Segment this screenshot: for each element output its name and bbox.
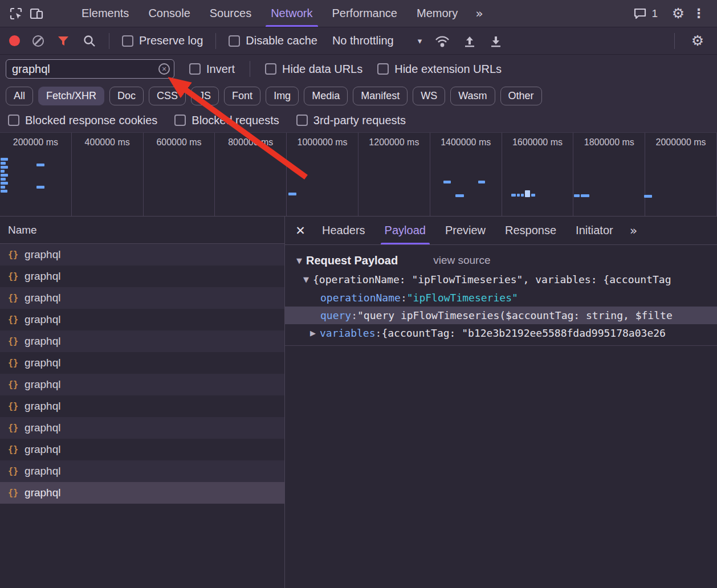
filter-funnel-icon[interactable] xyxy=(56,34,70,48)
hide-extension-urls-checkbox[interactable]: Hide extension URLs xyxy=(377,63,502,76)
filter-chip-ws[interactable]: WS xyxy=(413,87,445,105)
clear-network-log-icon[interactable] xyxy=(32,35,44,47)
blocked-response-cookies-checkbox[interactable]: Blocked response cookies xyxy=(8,114,157,127)
name-column-header[interactable]: Name xyxy=(0,217,284,244)
request-row[interactable]: {}graphql xyxy=(0,460,284,482)
message-bubble-icon xyxy=(633,7,647,20)
throttling-dropdown[interactable]: No throttling ▾ xyxy=(332,34,422,47)
request-timing-bar xyxy=(455,194,464,197)
request-timing-bar xyxy=(581,194,589,197)
filter-chip-media[interactable]: Media xyxy=(304,87,348,105)
request-row[interactable]: {}graphql xyxy=(0,352,284,374)
checkbox-icon[interactable] xyxy=(296,115,308,126)
3rd-party-requests-checkbox[interactable]: 3rd-party requests xyxy=(296,114,406,127)
import-har-icon[interactable] xyxy=(463,34,476,48)
checkbox-icon[interactable] xyxy=(229,35,240,47)
detail-tab-payload[interactable]: Payload xyxy=(375,217,435,244)
request-timing-bar xyxy=(36,186,44,189)
request-name: graphql xyxy=(25,422,60,434)
request-row[interactable]: {}graphql xyxy=(0,417,284,439)
request-row[interactable]: {}graphql xyxy=(0,374,284,395)
detail-tab-response[interactable]: Response xyxy=(495,217,566,244)
filter-chip-manifest[interactable]: Manifest xyxy=(353,87,408,105)
xhr-braces-icon: {} xyxy=(8,358,18,368)
section-collapse-triangle-icon[interactable]: ▼ xyxy=(296,256,302,265)
network-conditions-icon[interactable] xyxy=(434,34,450,48)
request-row[interactable]: {}graphql xyxy=(0,287,284,309)
network-settings-gear-icon[interactable]: ⚙ xyxy=(687,31,708,51)
device-toolbar-icon[interactable] xyxy=(26,3,47,24)
tab-network[interactable]: Network xyxy=(261,0,322,27)
filter-chip-css[interactable]: CSS xyxy=(149,87,186,105)
filter-row-divider xyxy=(250,61,250,77)
tab-console[interactable]: Console xyxy=(138,0,199,27)
clear-filter-icon[interactable]: ✕ xyxy=(158,63,170,75)
request-name: graphql xyxy=(25,248,60,261)
filter-chip-font[interactable]: Font xyxy=(224,87,260,105)
tab-memory[interactable]: Memory xyxy=(407,0,467,27)
filter-chip-fetch-xhr[interactable]: Fetch/XHR xyxy=(38,87,104,105)
detail-tab-headers[interactable]: Headers xyxy=(312,217,375,244)
hide-data-urls-checkbox[interactable]: Hide data URLs xyxy=(265,63,362,76)
payload-entry-variables[interactable]: ▶variables: {accountTag: "b12e3b2192ee55… xyxy=(285,324,717,342)
blocked-requests-checkbox[interactable]: Blocked requests xyxy=(174,114,279,127)
xhr-braces-icon: {} xyxy=(8,271,18,281)
request-row[interactable]: {}graphql xyxy=(0,244,284,266)
3rd-party-requests-label: 3rd-party requests xyxy=(313,114,406,127)
inspect-element-icon[interactable] xyxy=(6,3,26,24)
record-button[interactable] xyxy=(9,35,20,46)
detail-tab-preview[interactable]: Preview xyxy=(435,217,495,244)
checkbox-icon[interactable] xyxy=(174,115,186,126)
timeline-bars xyxy=(0,133,717,216)
network-overview-timeline[interactable]: 200000 ms400000 ms600000 ms800000 ms1000… xyxy=(0,132,717,217)
request-row[interactable]: {}graphql xyxy=(0,439,284,460)
payload-entries: operationName: "ipFlowTimeseries"query: … xyxy=(285,289,717,342)
settings-gear-icon[interactable]: ⚙ xyxy=(668,3,689,24)
filter-chip-doc[interactable]: Doc xyxy=(109,87,144,105)
invert-checkbox[interactable]: Invert xyxy=(189,63,235,76)
payload-entry-operationname[interactable]: operationName: "ipFlowTimeseries" xyxy=(285,289,717,307)
collapse-triangle-icon[interactable]: ▼ xyxy=(303,275,309,284)
filter-chip-js[interactable]: JS xyxy=(191,87,219,105)
network-filter-input[interactable] xyxy=(6,59,174,79)
request-timing-bar xyxy=(1,170,5,173)
issues-indicator[interactable]: 1 xyxy=(633,7,658,20)
more-tabs-chevron-icon[interactable]: » xyxy=(467,6,490,21)
xhr-braces-icon: {} xyxy=(8,466,18,476)
detail-tab-initiator[interactable]: Initiator xyxy=(566,217,623,244)
xhr-braces-icon: {} xyxy=(8,401,18,411)
tab-elements[interactable]: Elements xyxy=(72,0,138,27)
checkbox-icon[interactable] xyxy=(377,63,389,75)
filter-input-wrap: ✕ xyxy=(6,59,174,79)
checkbox-icon[interactable] xyxy=(265,63,276,75)
request-row[interactable]: {}graphql xyxy=(0,266,284,287)
request-payload-section[interactable]: ▼ Request Payload view source xyxy=(285,251,717,270)
payload-entry-query[interactable]: query: "query ipFlowTimeseries($accountT… xyxy=(285,307,717,324)
preserve-log-checkbox[interactable]: Preserve log xyxy=(122,34,203,47)
request-row[interactable]: {}graphql xyxy=(0,309,284,330)
checkbox-icon[interactable] xyxy=(122,35,133,47)
close-details-icon[interactable]: ✕ xyxy=(288,224,312,238)
request-row[interactable]: {}graphql xyxy=(0,482,284,504)
request-timing-bar xyxy=(1,182,8,185)
filter-chip-other[interactable]: Other xyxy=(500,87,542,105)
checkbox-icon[interactable] xyxy=(189,63,201,75)
expand-triangle-icon[interactable]: ▶ xyxy=(310,329,316,337)
search-icon[interactable] xyxy=(83,34,96,48)
more-details-tabs-chevron-icon[interactable]: » xyxy=(630,223,637,238)
tab-sources[interactable]: Sources xyxy=(200,0,261,27)
disable-cache-checkbox[interactable]: Disable cache xyxy=(229,34,317,47)
kebab-menu-icon[interactable]: ⋮ xyxy=(689,3,709,24)
filter-chip-img[interactable]: Img xyxy=(266,87,299,105)
filter-chip-all[interactable]: All xyxy=(6,87,33,105)
issues-count: 1 xyxy=(651,7,658,20)
request-row[interactable]: {}graphql xyxy=(0,395,284,417)
payload-root-line[interactable]: ▼ {operationName: "ipFlowTimeseries", va… xyxy=(285,270,717,289)
checkbox-icon[interactable] xyxy=(8,115,19,126)
tab-performance[interactable]: Performance xyxy=(323,0,408,27)
view-source-link[interactable]: view source xyxy=(433,254,490,267)
filter-chip-wasm[interactable]: Wasm xyxy=(450,87,495,105)
request-row[interactable]: {}graphql xyxy=(0,330,284,352)
xhr-braces-icon: {} xyxy=(8,293,18,303)
export-har-icon[interactable] xyxy=(489,34,503,48)
